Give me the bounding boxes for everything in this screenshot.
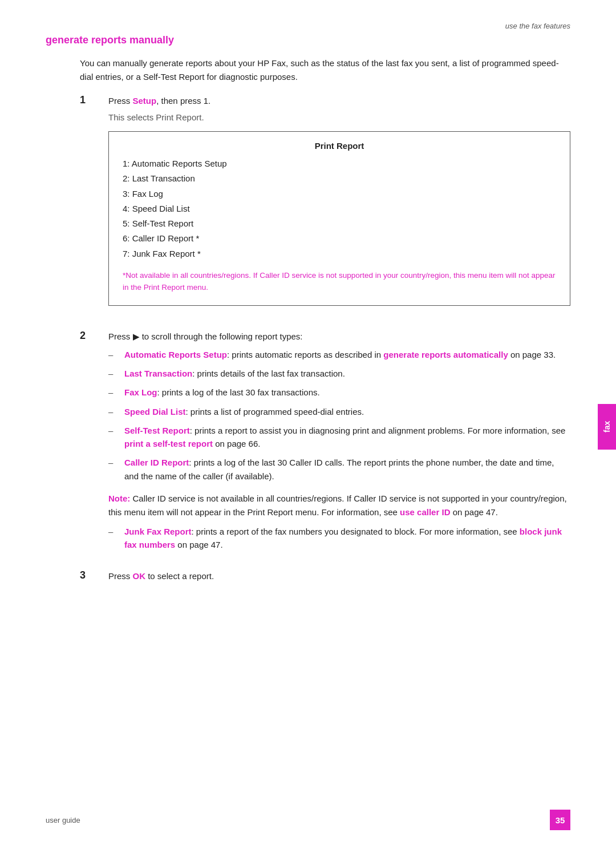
page-container: use the fax features generate reports ma…: [0, 0, 616, 853]
step-2-number: 2: [80, 330, 108, 342]
print-self-test-link: print a self-test report: [124, 439, 213, 448]
use-caller-id-link: use caller ID: [400, 507, 450, 517]
bullet-junk-fax-text: Junk Fax Report: prints a report of the …: [124, 525, 570, 552]
print-report-box: Print Report 1: Automatic Reports Setup …: [108, 131, 570, 306]
auto-reports-label: Automatic Reports Setup: [124, 350, 227, 359]
setup-label: Setup: [133, 96, 157, 106]
bullet-junk-fax: – Junk Fax Report: prints a report of th…: [108, 525, 570, 552]
bullet-caller-id: – Caller ID Report: prints a log of the …: [108, 456, 570, 483]
main-content: You can manually generate reports about …: [80, 56, 570, 588]
caller-id-label: Caller ID Report: [124, 458, 189, 467]
bullet-automatic-text: Automatic Reports Setup: prints automati…: [124, 348, 570, 361]
note-block: Note: Caller ID service is not available…: [108, 492, 570, 519]
bullet-speed-dial: – Speed Dial List: prints a list of prog…: [108, 405, 570, 418]
dash-2: –: [108, 367, 124, 380]
step-1-sub: This selects Print Report.: [108, 112, 570, 122]
step-1-press-label: Press: [108, 96, 133, 106]
note-label: Note:: [108, 494, 133, 503]
bullet-self-test-text: Self-Test Report: prints a report to ass…: [124, 424, 570, 451]
dash-4: –: [108, 405, 124, 418]
dash-5: –: [108, 424, 124, 437]
step-2-text: Press ▶ to scroll through the following …: [108, 330, 570, 343]
note-text-2: on page 47.: [450, 507, 497, 517]
step-2-content: Press ▶ to scroll through the following …: [108, 330, 570, 557]
bullet-last-transaction: – Last Transaction: prints details of th…: [108, 367, 570, 380]
bullet-fax-log: – Fax Log: prints a log of the last 30 f…: [108, 386, 570, 399]
footer-page-number: 35: [550, 810, 570, 830]
dash-6: –: [108, 456, 124, 469]
print-report-box-title: Print Report: [123, 141, 556, 151]
print-report-item-5: 5: Self-Test Report: [123, 216, 556, 231]
bullet-self-test: – Self-Test Report: prints a report to a…: [108, 424, 570, 451]
print-report-item-1: 1: Automatic Reports Setup: [123, 156, 556, 171]
side-tab-label: fax: [602, 421, 611, 432]
note-text: Caller ID service is not available in al…: [108, 494, 567, 517]
last-transaction-label: Last Transaction: [124, 369, 192, 378]
bullet-fax-log-text: Fax Log: prints a log of the last 30 fax…: [124, 386, 570, 399]
step-1-number: 1: [80, 94, 108, 106]
generate-reports-auto-link: generate reports automatically: [383, 350, 508, 359]
print-report-item-7: 7: Junk Fax Report *: [123, 246, 556, 261]
intro-text: You can manually generate reports about …: [80, 56, 570, 84]
print-report-item-6: 6: Caller ID Report *: [123, 231, 556, 246]
dash-3: –: [108, 386, 124, 399]
bullet-speed-dial-text: Speed Dial List: prints a list of progra…: [124, 405, 570, 418]
dash-1: –: [108, 348, 124, 361]
step-3-content: Press OK to select a report.: [108, 569, 570, 588]
junk-fax-label: Junk Fax Report: [124, 527, 192, 536]
ok-label: OK: [133, 571, 146, 581]
bullet-list-extra: – Junk Fax Report: prints a report of th…: [108, 525, 570, 552]
print-report-item-3: 3: Fax Log: [123, 187, 556, 201]
fax-log-label: Fax Log: [124, 387, 157, 397]
print-report-note: *Not available in all countries/regions.…: [123, 269, 556, 294]
bullet-list: – Automatic Reports Setup: prints automa…: [108, 348, 570, 483]
step-3-text: Press OK to select a report.: [108, 569, 570, 583]
print-report-item-4: 4: Speed Dial List: [123, 201, 556, 216]
bullet-automatic-reports: – Automatic Reports Setup: prints automa…: [108, 348, 570, 361]
footer: user guide 35: [46, 810, 570, 830]
bullet-caller-id-text: Caller ID Report: prints a log of the la…: [124, 456, 570, 483]
section-title: generate reports manually: [46, 34, 570, 46]
step-3-number: 3: [80, 569, 108, 581]
step-3-block: 3 Press OK to select a report.: [80, 569, 570, 588]
print-report-item-2: 2: Last Transaction: [123, 171, 556, 186]
step-1-block: 1 Press Setup, then press 1. This select…: [80, 94, 570, 317]
side-tab: fax: [598, 404, 616, 450]
footer-left-label: user guide: [46, 816, 80, 824]
dash-7: –: [108, 525, 124, 538]
bullet-last-transaction-text: Last Transaction: prints details of the …: [124, 367, 570, 380]
print-report-list: 1: Automatic Reports Setup 2: Last Trans…: [123, 156, 556, 261]
step-2-block: 2 Press ▶ to scroll through the followin…: [80, 330, 570, 557]
top-right-label: use the fax features: [505, 22, 570, 30]
self-test-label: Self-Test Report: [124, 426, 190, 435]
speed-dial-label: Speed Dial List: [124, 407, 186, 417]
step-1-text: Press Setup, then press 1.: [108, 94, 570, 108]
step-1-content: Press Setup, then press 1. This selects …: [108, 94, 570, 317]
step-1-then: , then press 1.: [156, 96, 210, 106]
